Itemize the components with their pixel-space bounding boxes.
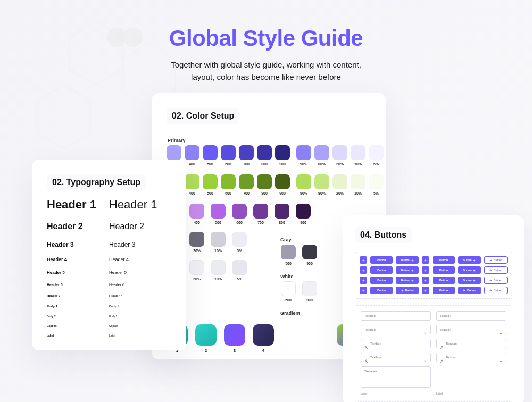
typography-sample: Caption: [47, 325, 109, 328]
color-swatch: 5%: [369, 145, 384, 166]
hero-title: Global Style Guide: [0, 26, 532, 51]
button[interactable]: Button: [484, 266, 508, 274]
button[interactable]: Button: [396, 256, 418, 264]
button[interactable]: Button: [458, 287, 480, 294]
field-label: Label: [436, 392, 506, 395]
typography-sample: Header 7: [109, 294, 171, 297]
typography-regular-column: Header 1Header 2Header 3Header 4Header 5…: [109, 199, 171, 344]
textbox-with-icon[interactable]: Textbox: [436, 339, 506, 348]
typography-sample: Body 2: [47, 315, 109, 318]
user-icon: [364, 356, 368, 359]
arrow-right-icon: [411, 279, 414, 282]
icon-button[interactable]: [422, 287, 429, 294]
color-swatch: 10%: [351, 174, 365, 195]
button[interactable]: Button: [433, 266, 455, 274]
typography-sample: Header 6: [47, 283, 109, 287]
button[interactable]: Button: [370, 287, 393, 294]
arrow-right-icon: [463, 289, 466, 292]
textbox-dropdown[interactable]: Textbox: [436, 325, 506, 334]
chevron-down-icon: [499, 356, 503, 359]
typography-sample: Header 1: [109, 199, 171, 211]
button[interactable]: Button: [433, 256, 455, 264]
button[interactable]: Button: [433, 287, 455, 294]
color-swatch: 20%: [188, 232, 206, 253]
icon-button[interactable]: [422, 256, 429, 264]
typography-sample: Label: [109, 334, 171, 337]
color-swatch: 700: [239, 145, 254, 166]
button[interactable]: Button: [458, 277, 480, 284]
button[interactable]: Button: [458, 256, 480, 264]
icon-button[interactable]: [360, 287, 367, 294]
svg-point-6: [441, 346, 443, 347]
hero: Global Style Guide Together with global …: [0, 0, 532, 83]
textbox-with-icon[interactable]: Textbox: [361, 339, 431, 348]
textbox-icon-dropdown[interactable]: Textbox: [361, 353, 431, 362]
color-swatch: 10%: [209, 260, 227, 281]
button[interactable]: Button: [396, 277, 418, 284]
typography-sample: Body 1: [109, 305, 171, 308]
typography-sample: Header 6: [109, 283, 171, 287]
arrow-right-icon: [424, 279, 427, 282]
button[interactable]: Button: [458, 266, 480, 274]
textbox-dropdown[interactable]: Textbox: [361, 325, 431, 334]
color-swatch: 900: [301, 245, 319, 265]
icon-button[interactable]: [360, 277, 367, 284]
typography-sample: Label: [47, 334, 109, 337]
color-swatch: 600: [221, 174, 236, 195]
textbox-icon-dropdown[interactable]: Textbox: [436, 353, 506, 362]
arrow-right-icon: [473, 279, 476, 282]
textarea[interactable]: Textarea: [361, 366, 431, 388]
color-swatch: 20%: [332, 145, 347, 166]
button[interactable]: Button: [484, 277, 508, 284]
typography-sample: Header 2: [47, 222, 109, 231]
color-title: 02. Color Setup: [167, 108, 239, 124]
color-swatch: 5%: [230, 260, 248, 281]
arrow-right-icon: [362, 269, 365, 272]
color-swatch: 10%: [351, 145, 365, 166]
icon-button[interactable]: [360, 256, 367, 264]
user-icon: [440, 342, 444, 346]
color-swatch: 90%: [296, 174, 311, 195]
button[interactable]: Button: [396, 287, 418, 294]
color-swatch: 800: [257, 174, 272, 195]
typography-sample: Header 5: [109, 271, 171, 275]
color-swatch: 90%: [296, 145, 311, 166]
color-swatch: 80%: [314, 145, 329, 166]
color-swatch: 600: [230, 204, 248, 224]
button[interactable]: Button: [370, 277, 393, 284]
button[interactable]: Button: [370, 266, 393, 274]
color-swatch: 900: [275, 145, 290, 166]
color-swatch: 5%: [230, 232, 248, 253]
icon-button[interactable]: [422, 266, 429, 274]
textbox-plain[interactable]: Textbox: [361, 311, 431, 321]
icon-button[interactable]: [360, 266, 367, 274]
typography-sample: Header 4: [109, 257, 171, 262]
chevron-down-icon: [423, 356, 427, 359]
arrow-right-icon: [473, 259, 476, 262]
typography-sample: Header 3: [109, 241, 171, 248]
arrow-right-icon: [424, 289, 427, 292]
color-swatch: 900: [301, 281, 319, 302]
buttons-title: 04. Buttons: [355, 227, 412, 243]
typography-sample: Header 3: [47, 241, 109, 248]
button[interactable]: Button: [370, 256, 393, 264]
color-swatch: 500: [279, 281, 297, 302]
typography-sample: Header 5: [47, 271, 109, 275]
button[interactable]: Button: [396, 266, 418, 274]
button[interactable]: Button: [484, 256, 508, 264]
primary-swatch-row: 30040050060070080090090%80%20%10%5%: [167, 145, 377, 166]
button[interactable]: Button: [484, 287, 508, 294]
chevron-down-icon: [499, 328, 503, 332]
color-swatch: 900: [275, 174, 290, 195]
icon-button[interactable]: [422, 277, 429, 284]
color-swatch: 400: [185, 145, 200, 166]
color-swatch: 900: [294, 204, 312, 224]
arrow-right-icon: [489, 289, 492, 292]
button-variants-grid: ButtonButtonButtonButtonButtonButtonButt…: [355, 252, 512, 299]
hero-subtitle: Together with global style guide, workin…: [0, 58, 532, 83]
typography-bold-column: Header 1Header 2Header 3Header 4Header 5…: [47, 199, 109, 344]
green-swatch-row: 30040050060070080090090%80%20%10%5%: [167, 174, 377, 195]
textbox-plain[interactable]: Textbox: [436, 311, 506, 321]
button[interactable]: Button: [433, 277, 455, 284]
arrow-right-icon: [401, 289, 404, 292]
